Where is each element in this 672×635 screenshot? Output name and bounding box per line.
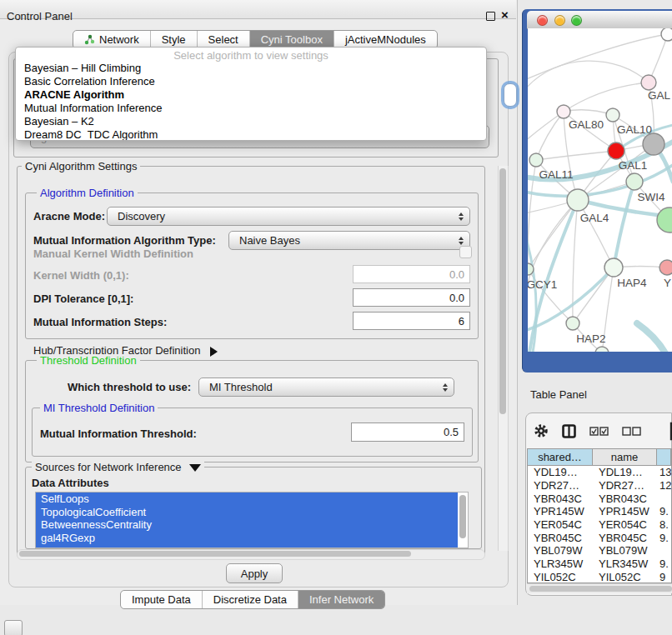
- stepper-icon: [443, 383, 448, 392]
- network-node-gal1[interactable]: [608, 142, 624, 159]
- network-node[interactable]: [661, 28, 672, 41]
- algorithm-popup-item[interactable]: Bayesian – K2: [16, 115, 486, 128]
- tab-impute-data[interactable]: Impute Data: [121, 591, 202, 608]
- tab-discretize-data[interactable]: Discretize Data: [202, 591, 298, 608]
- network-node[interactable]: [657, 208, 672, 232]
- network-node[interactable]: [643, 133, 664, 155]
- manual-kernel-checkbox[interactable]: [459, 246, 472, 258]
- apply-button-label: Apply: [241, 568, 268, 580]
- aracne-mode-combo[interactable]: Discovery: [107, 207, 470, 226]
- apply-button[interactable]: Apply: [226, 563, 283, 583]
- tab-network[interactable]: Network: [73, 31, 150, 48]
- network-window-titlebar[interactable]: [527, 11, 672, 29]
- network-node-y[interactable]: [659, 260, 672, 275]
- mi-threshold-field[interactable]: 0.5: [351, 422, 464, 442]
- list-item[interactable]: [36, 544, 458, 548]
- unchecked-boxes-icon[interactable]: [622, 427, 641, 436]
- table-cell: YBR045C: [528, 531, 593, 544]
- algorithm-popup-item[interactable]: Dream8 DC_TDC Algorithm: [16, 128, 486, 141]
- table-row[interactable]: YDL19…YDL19…13: [528, 466, 671, 479]
- table-row[interactable]: YDR27…YDR27…12: [528, 479, 671, 492]
- table-row[interactable]: YBR043CYBR043C: [528, 492, 671, 505]
- table-cell: YBR043C: [528, 492, 593, 505]
- algorithm-popup-item[interactable]: Mutual Information Inference: [16, 102, 486, 115]
- network-edge: [564, 82, 649, 112]
- table-cell: YPR145W: [593, 505, 657, 518]
- network-node[interactable]: [595, 347, 609, 352]
- checked-boxes-icon[interactable]: [589, 427, 609, 436]
- network-edge: [564, 110, 613, 115]
- table-cell: YER054C: [593, 518, 657, 532]
- node-label: HAP4: [617, 277, 647, 289]
- settings-hscrollbar-thumb[interactable]: [19, 551, 411, 557]
- table-row[interactable]: YPR145WYPR145W9.: [528, 505, 671, 518]
- table-row[interactable]: YIL052CYIL052C9: [528, 571, 671, 584]
- network-node-swi4[interactable]: [626, 173, 643, 190]
- settings-hscrollbar[interactable]: [17, 549, 485, 560]
- data-attributes-list[interactable]: SelfLoopsTopologicalCoefficientBetweenne…: [35, 492, 469, 548]
- table-hscrollbar[interactable]: [527, 583, 672, 593]
- network-node-gal10[interactable]: [606, 108, 619, 122]
- list-item[interactable]: gal4RGexp: [36, 532, 458, 545]
- zoom-traffic-light[interactable]: [571, 15, 582, 26]
- sources-title[interactable]: Sources for Network Inference: [32, 461, 204, 473]
- network-node-gal80[interactable]: [557, 105, 570, 118]
- tab-jactivemnodules[interactable]: jActiveMNodules: [333, 31, 437, 48]
- mi-steps-field[interactable]: 6: [353, 312, 470, 330]
- tab-label: Style: [162, 33, 186, 46]
- table-cell: YLR345W: [593, 558, 657, 571]
- network-node-gal[interactable]: [641, 75, 656, 90]
- minimize-traffic-light[interactable]: [554, 15, 565, 26]
- float-icon[interactable]: [486, 12, 495, 21]
- mi-algorithm-type-combo[interactable]: Naive Bayes: [228, 231, 470, 250]
- network-edge: [614, 182, 634, 268]
- network-node-gal11[interactable]: [529, 153, 543, 167]
- column-header-shared…[interactable]: shared…: [528, 449, 593, 466]
- network-edge: [528, 61, 649, 90]
- data-attributes-label: Data Attributes: [32, 477, 109, 489]
- settings-vscrollbar-thumb[interactable]: [499, 168, 506, 414]
- tab-cyni-toolbox[interactable]: Cyni Toolbox: [249, 31, 333, 48]
- network-node-gal4[interactable]: [567, 189, 589, 211]
- dpi-tolerance-field[interactable]: 0.0: [353, 288, 470, 307]
- algorithm-popup-item[interactable]: Bayesian – Hill Climbing: [16, 62, 486, 75]
- list-item[interactable]: SelfLoops: [36, 492, 458, 506]
- table-cell: 9.: [657, 531, 671, 544]
- column-header-name[interactable]: name: [593, 449, 657, 466]
- table-hscrollbar-thumb[interactable]: [529, 586, 672, 592]
- list-scrollbar-thumb[interactable]: [459, 495, 466, 538]
- tab-label: Select: [208, 33, 238, 46]
- network-node-hap4[interactable]: [604, 258, 623, 277]
- network-node-hap2[interactable]: [566, 317, 579, 330]
- node-table[interactable]: shared…name YDL19…YDL19…13YDR27…YDR27…12…: [527, 448, 672, 583]
- algorithm-popup-item[interactable]: Basic Correlation Inference: [16, 75, 486, 88]
- node-label: GAL11: [539, 168, 573, 181]
- panel-float-mini-icon[interactable]: [4, 620, 23, 635]
- algorithm-popup-item[interactable]: ARACNE Algorithm: [16, 88, 486, 102]
- which-threshold-combo[interactable]: MI Threshold: [198, 378, 454, 397]
- list-item[interactable]: BetweennessCentrality: [36, 518, 458, 532]
- tab-infer-network[interactable]: Infer Network: [298, 591, 384, 608]
- network-canvas[interactable]: GALGAL80GAL10GAL1GAL11SWI4GAL4HAP4YGCY1H…: [528, 28, 672, 352]
- close-traffic-light[interactable]: [537, 15, 548, 26]
- mi-steps-value: 6: [459, 315, 464, 328]
- list-item[interactable]: TopologicalCoefficient: [36, 506, 458, 519]
- column-header-cut[interactable]: [657, 449, 671, 466]
- table-cell: YBL079W: [593, 544, 657, 558]
- mi-algorithm-type-value: Naive Bayes: [239, 234, 300, 247]
- table-row[interactable]: YBR045CYBR045C9.: [528, 531, 671, 544]
- mi-algorithm-type-label: Mutual Information Algorithm Type:: [33, 234, 216, 247]
- tab-select[interactable]: Select: [197, 31, 249, 48]
- table-row[interactable]: YER054CYER054C8.: [528, 518, 671, 532]
- algorithm-combo-focus-fragment[interactable]: [504, 83, 517, 107]
- table-row[interactable]: YBL079WYBL079W: [528, 544, 671, 558]
- list-scrollbar[interactable]: [459, 493, 467, 547]
- columns-icon[interactable]: [562, 424, 576, 438]
- table-row[interactable]: YLR345WYLR345W9.: [528, 558, 671, 571]
- close-icon[interactable]: ×: [501, 8, 509, 22]
- tab-style[interactable]: Style: [150, 31, 197, 48]
- gear-icon[interactable]: [534, 423, 549, 438]
- settings-vscrollbar[interactable]: [498, 166, 509, 551]
- table-cell: YDR27…: [528, 479, 593, 492]
- kernel-width-field: 0.0: [353, 265, 470, 283]
